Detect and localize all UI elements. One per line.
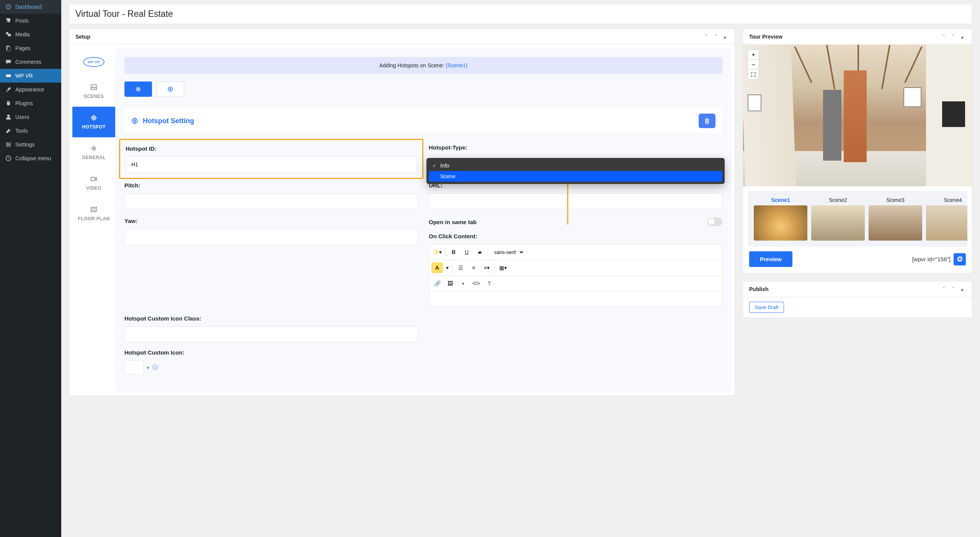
magic-icon[interactable]: ✨▾ bbox=[431, 247, 443, 257]
option-label: Scene bbox=[440, 173, 456, 179]
icon-class-input[interactable] bbox=[124, 326, 418, 342]
panel-down-icon[interactable]: ˅ bbox=[949, 33, 957, 41]
save-draft-button[interactable]: Save Draft bbox=[749, 302, 784, 313]
dropdown-option-scene[interactable]: Scene bbox=[429, 171, 722, 182]
svg-point-11 bbox=[7, 145, 8, 146]
scene-viewer[interactable]: + − bbox=[743, 45, 972, 186]
publish-panel: Publish ˄ ˅ ▴ Save Draft bbox=[743, 281, 972, 318]
scene-thumb-2[interactable]: Scene2 bbox=[811, 197, 865, 241]
tools-icon bbox=[5, 127, 12, 135]
gear-icon bbox=[131, 117, 138, 124]
url-input[interactable] bbox=[429, 193, 722, 209]
video-insert-icon[interactable]: ▪ bbox=[457, 278, 469, 289]
ol-icon[interactable]: ≡ bbox=[468, 262, 479, 273]
trash-icon bbox=[704, 117, 710, 124]
sidebar-item-wpvr[interactable]: WP VR bbox=[0, 69, 61, 83]
title-bar: Virtual Tour - Real Estate bbox=[69, 4, 972, 24]
tab-label: GENERAL bbox=[82, 155, 106, 160]
code-icon[interactable]: </> bbox=[470, 278, 482, 289]
editor-content[interactable] bbox=[429, 291, 722, 307]
users-icon bbox=[5, 113, 12, 121]
image-insert-icon[interactable]: 🖼 bbox=[444, 278, 456, 289]
sidebar-collapse[interactable]: Collapse menu bbox=[0, 151, 61, 165]
fullscreen-button[interactable] bbox=[748, 70, 759, 80]
plus-icon bbox=[167, 86, 173, 92]
sidebar-item-users[interactable]: Users bbox=[0, 110, 61, 124]
sidebar-item-pages[interactable]: Pages bbox=[0, 41, 61, 55]
sidebar-item-tools[interactable]: Tools bbox=[0, 124, 61, 138]
panel-up-icon[interactable]: ˄ bbox=[940, 33, 947, 41]
panel-up-icon[interactable]: ˄ bbox=[702, 33, 710, 41]
add-hotspot-button[interactable] bbox=[157, 81, 184, 97]
color-dropdown-icon[interactable]: ▾ bbox=[444, 262, 450, 273]
info-icon[interactable]: ⓘ bbox=[152, 364, 158, 371]
panel-toggle-icon[interactable]: ▴ bbox=[958, 33, 966, 41]
sidebar-item-label: Plugins bbox=[15, 100, 33, 106]
sidebar-item-media[interactable]: Media bbox=[0, 28, 61, 41]
target-small-icon bbox=[135, 86, 141, 92]
font-select[interactable]: sans-serif bbox=[490, 247, 524, 257]
sidebar-item-settings[interactable]: Settings bbox=[0, 138, 61, 151]
bold-icon[interactable]: B bbox=[448, 247, 459, 257]
font-color-icon[interactable]: A bbox=[431, 262, 443, 273]
scene-banner: Adding Hotspots on Scene: (Scene1) bbox=[124, 57, 722, 74]
tab-floor-plan[interactable]: FLOOR PLAN bbox=[72, 199, 115, 229]
panel-toggle-icon[interactable]: ▴ bbox=[958, 285, 966, 293]
wp-admin-sidebar: Dashboard Posts Media Pages Comments WP … bbox=[0, 0, 61, 537]
tab-hotspot[interactable]: HOTSPOT bbox=[72, 107, 115, 137]
sidebar-item-label: Appearance bbox=[15, 86, 44, 93]
sidebar-item-dashboard[interactable]: Dashboard bbox=[0, 0, 61, 14]
scene-thumb-4[interactable]: Scene4 bbox=[926, 197, 967, 241]
preview-panel-title: Tour Preview bbox=[749, 34, 782, 40]
collapse-icon bbox=[5, 155, 12, 162]
tab-video[interactable]: VIDEO bbox=[72, 168, 115, 199]
eraser-icon[interactable]: ▰ bbox=[474, 247, 485, 257]
panel-down-icon[interactable]: ˅ bbox=[712, 33, 719, 41]
underline-icon[interactable]: U bbox=[461, 247, 472, 257]
setup-panel-header: Setup ˄ ˅ ▴ bbox=[69, 29, 735, 45]
sidebar-item-plugins[interactable]: Plugins bbox=[0, 96, 61, 110]
zoom-out-button[interactable]: − bbox=[748, 60, 759, 70]
scene-interior-render bbox=[743, 45, 972, 186]
sidebar-item-comments[interactable]: Comments bbox=[0, 55, 61, 69]
hotspot-setting-header: Hotspot Setting bbox=[124, 108, 722, 133]
zoom-in-button[interactable]: + bbox=[748, 50, 759, 60]
copy-shortcode-button[interactable] bbox=[954, 253, 966, 265]
scene-thumb-image bbox=[754, 205, 807, 241]
tab-scenes[interactable]: SCENES bbox=[72, 76, 115, 107]
plug-icon bbox=[5, 99, 12, 107]
scene-thumb-image bbox=[869, 205, 922, 241]
banner-scene-link[interactable]: (Scene1) bbox=[446, 62, 467, 68]
chevron-down-icon[interactable]: ▾ bbox=[147, 365, 149, 371]
panel-down-icon[interactable]: ˅ bbox=[949, 285, 957, 293]
hotspot-settings-content: Adding Hotspots on Scene: (Scene1) bbox=[115, 48, 732, 392]
hotspot-id-label: Hotspot ID: bbox=[126, 145, 417, 152]
sidebar-item-appearance[interactable]: Appearance bbox=[0, 83, 61, 96]
scene-thumb-3[interactable]: Scene3 bbox=[869, 197, 922, 241]
yaw-input[interactable] bbox=[124, 229, 418, 245]
scene-thumb-image bbox=[811, 205, 865, 241]
logo-badge: WP VR bbox=[83, 57, 105, 67]
sidebar-item-posts[interactable]: Posts bbox=[0, 14, 61, 28]
panel-up-icon[interactable]: ˄ bbox=[940, 285, 947, 293]
icon-picker[interactable] bbox=[124, 360, 144, 375]
pitch-input[interactable] bbox=[124, 193, 418, 209]
preview-button[interactable]: Preview bbox=[749, 251, 792, 267]
sidebar-item-label: Tools bbox=[15, 128, 28, 134]
tab-general[interactable]: GENERAL bbox=[72, 137, 115, 168]
link-icon[interactable]: 🔗 bbox=[431, 278, 443, 289]
vertical-tabs: WP VR SCENES HOTSPOT bbox=[72, 48, 115, 392]
delete-hotspot-button[interactable] bbox=[699, 114, 715, 128]
scene-thumb-image bbox=[926, 205, 967, 241]
table-icon[interactable]: ▦▾ bbox=[497, 262, 509, 273]
dropdown-option-info[interactable]: ✓ Info bbox=[429, 160, 722, 171]
panel-toggle-icon[interactable]: ▴ bbox=[721, 33, 728, 41]
align-icon[interactable]: ≡▾ bbox=[481, 262, 492, 273]
ul-icon[interactable]: ☰ bbox=[455, 262, 466, 273]
help-icon[interactable]: ? bbox=[483, 278, 495, 289]
same-tab-label: Open in same tab bbox=[429, 219, 477, 225]
hotspot-id-input[interactable] bbox=[126, 156, 417, 172]
same-tab-toggle[interactable] bbox=[707, 218, 722, 226]
scene-thumb-1[interactable]: Scene1 bbox=[754, 197, 807, 241]
current-hotspot-button[interactable] bbox=[124, 81, 152, 97]
